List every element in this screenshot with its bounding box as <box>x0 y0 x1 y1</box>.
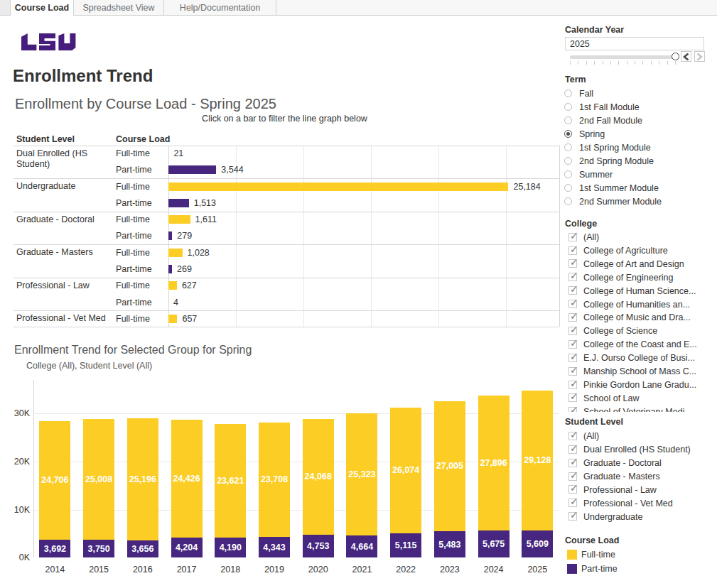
checkbox-checked-icon: ✓ <box>568 432 577 440</box>
student-level-filter-title: Student Level <box>565 417 623 427</box>
filter-option-label: College of Humanities an... <box>583 300 690 310</box>
checkbox-checked-icon: ✓ <box>568 499 577 507</box>
filter-option[interactable]: ✓Professional - Vet Med <box>568 496 717 510</box>
check-mark: ✓ <box>570 283 578 295</box>
fulltime-value-label: 25,196 <box>129 474 156 484</box>
checkbox-checked-icon: ✓ <box>568 381 577 389</box>
filter-option[interactable]: ✓College of Art and Design <box>568 257 717 271</box>
x-axis-tick-label: 2023 <box>440 565 460 575</box>
checkbox-checked-icon: ✓ <box>568 273 577 281</box>
filter-option[interactable]: ✓College of Science <box>568 325 717 338</box>
filter-option[interactable]: ✓Dual Enrolled (HS Student) <box>568 443 717 457</box>
check-mark: ✓ <box>570 364 578 376</box>
check-mark: ✓ <box>570 404 578 412</box>
college-filter: ✓(All)✓College of Agriculture✓College of… <box>0 0 717 412</box>
check-mark: ✓ <box>570 429 578 440</box>
check-mark: ✓ <box>570 244 578 255</box>
filter-option-label: College of the Coast and E... <box>583 339 697 349</box>
checkbox-checked-icon: ✓ <box>568 340 577 349</box>
filter-option-label: Professional - Law <box>583 485 657 495</box>
parttime-value-label: 4,190 <box>220 543 242 552</box>
filter-option-label: College of Science <box>583 326 657 336</box>
filter-option-label: Dual Enrolled (HS Student) <box>583 445 691 454</box>
parttime-value-label: 4,753 <box>307 541 329 551</box>
filter-option-label: Graduate - Masters <box>583 472 660 481</box>
x-axis-tick-label: 2025 <box>527 565 547 575</box>
x-axis-tick-label: 2021 <box>352 565 372 575</box>
checkbox-checked-icon: ✓ <box>568 300 577 308</box>
check-mark: ✓ <box>570 456 578 467</box>
filter-option[interactable]: ✓Professional - Law <box>568 483 717 496</box>
checkbox-checked-icon: ✓ <box>568 313 577 322</box>
filter-option[interactable]: ✓Undergraduate <box>568 510 717 523</box>
filter-option[interactable]: ✓Graduate - Doctoral <box>568 457 717 470</box>
filter-option-label: College of Music and Dra... <box>583 312 691 322</box>
filter-option[interactable]: ✓Manship School of Mass C... <box>568 365 717 379</box>
parttime-value-label: 5,609 <box>527 539 549 549</box>
parttime-value-label: 3,750 <box>87 544 109 554</box>
fulltime-value-label: 25,008 <box>85 474 112 484</box>
check-mark: ✓ <box>570 337 578 349</box>
check-mark: ✓ <box>570 482 578 494</box>
parttime-value-label: 3,656 <box>131 544 153 554</box>
legend-item: Part-time <box>567 562 709 576</box>
x-axis-tick-label: 2015 <box>89 565 109 575</box>
filter-option-label: School of Veterinary Medi... <box>583 407 692 412</box>
fulltime-value-label: 27,896 <box>480 458 507 468</box>
legend-item-label: Full-time <box>581 550 615 560</box>
parttime-value-label: 3,692 <box>44 544 66 554</box>
filter-option-label: (All) <box>583 431 599 441</box>
fulltime-value-label: 23,708 <box>261 474 288 484</box>
checkbox-checked-icon: ✓ <box>568 407 577 412</box>
fulltime-value-label: 23,621 <box>217 476 244 486</box>
parttime-value-label: 5,115 <box>395 540 417 550</box>
y-axis-tick-label: 0K <box>3 552 30 562</box>
fulltime-value-label: 24,068 <box>305 472 332 481</box>
x-axis-tick-label: 2014 <box>45 565 65 575</box>
check-mark: ✓ <box>570 442 578 454</box>
filter-option[interactable]: ✓College of Agriculture <box>568 244 717 258</box>
checkbox-checked-icon: ✓ <box>568 485 577 494</box>
checkbox-checked-icon: ✓ <box>568 472 577 481</box>
check-mark: ✓ <box>570 391 578 402</box>
checkbox-checked-icon: ✓ <box>568 393 577 402</box>
checkbox-checked-icon: ✓ <box>568 259 577 268</box>
filter-option-label: E.J. Ourso College of Busi... <box>583 353 695 363</box>
x-axis-tick-label: 2018 <box>220 565 240 575</box>
filter-option[interactable]: ✓(All) <box>568 231 717 244</box>
filter-option[interactable]: ✓School of Law <box>568 391 717 405</box>
filter-option[interactable]: ✓Graduate - Masters <box>568 470 717 484</box>
fulltime-value-label: 26,074 <box>392 465 419 475</box>
filter-option[interactable]: ✓Pinkie Gordon Lane Gradu... <box>568 379 717 392</box>
filter-option[interactable]: ✓School of Veterinary Medi... <box>568 405 717 412</box>
filter-option[interactable]: ✓E.J. Ourso College of Busi... <box>568 352 717 365</box>
checkbox-checked-icon: ✓ <box>568 233 577 241</box>
legend-swatch-full-time <box>567 550 577 560</box>
filter-option[interactable]: ✓College of Engineering <box>568 271 717 284</box>
filter-option-label: College of Engineering <box>583 273 673 283</box>
fulltime-value-label: 27,005 <box>436 461 463 471</box>
check-mark: ✓ <box>570 297 578 308</box>
fulltime-value-label: 24,426 <box>173 474 200 484</box>
x-axis-tick-label: 2022 <box>396 565 416 575</box>
x-axis-tick-label: 2020 <box>308 565 328 575</box>
filter-option-label: Professional - Vet Med <box>583 499 673 508</box>
x-axis-tick-label: 2017 <box>177 565 197 575</box>
parttime-value-label: 4,664 <box>351 542 373 552</box>
dashboard: Course Load Spreadsheet View Help/Docume… <box>0 0 717 588</box>
filter-option-label: Manship School of Mass C... <box>583 366 696 376</box>
filter-option[interactable]: ✓College of Music and Dra... <box>568 311 717 325</box>
filter-option[interactable]: ✓College of Human Science... <box>568 284 717 298</box>
filter-option-label: (All) <box>583 232 599 242</box>
check-mark: ✓ <box>570 351 578 362</box>
legend-item-label: Part-time <box>581 564 618 574</box>
filter-option[interactable]: ✓College of the Coast and E... <box>568 338 717 352</box>
filter-option-label: College of Art and Design <box>583 259 684 269</box>
checkbox-checked-icon: ✓ <box>568 367 577 376</box>
filter-option[interactable]: ✓(All) <box>568 430 717 443</box>
filter-option[interactable]: ✓College of Humanities an... <box>568 298 717 311</box>
filter-option-label: College of Agriculture <box>583 246 668 256</box>
checkbox-checked-icon: ✓ <box>568 512 577 521</box>
legend-swatch-part-time <box>567 564 577 574</box>
checkbox-checked-icon: ✓ <box>568 327 577 335</box>
